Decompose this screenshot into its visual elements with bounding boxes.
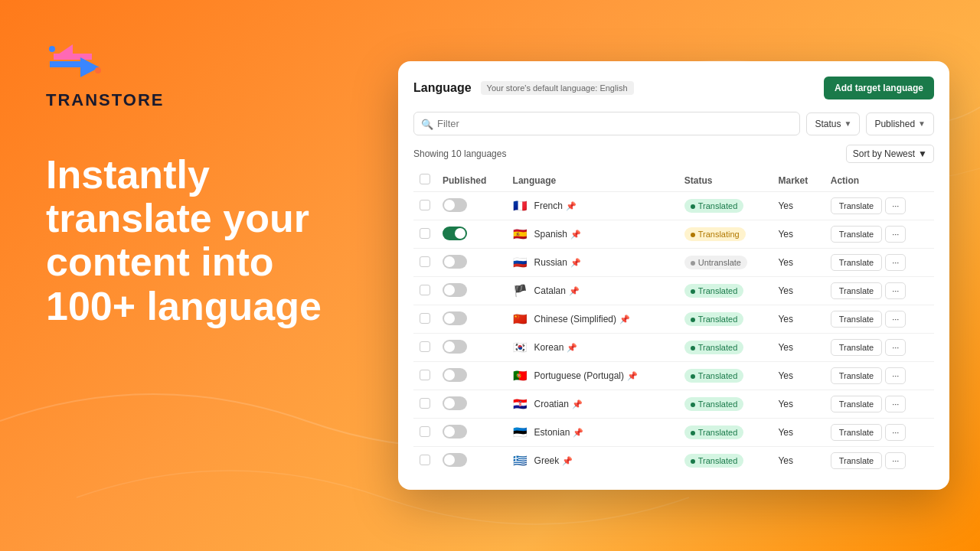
info-bar: Showing 10 languages Sort by Newest ▼ [413,145,934,163]
toggle-croatian[interactable] [443,396,467,410]
row-checkbox-5[interactable] [420,341,430,352]
table-row: 🇵🇹Portuguese (Portugal)📌TranslatedYesTra… [413,362,934,390]
toggle-spanish[interactable] [443,227,467,240]
add-target-button[interactable]: Add target language [824,77,934,99]
filter-bar: 🔍 Status ▼ Published ▼ [413,112,934,135]
more-options-button[interactable]: ··· [885,424,906,441]
status-badge: Translated [684,397,744,411]
app-header-left: Language Your store's default language: … [413,81,634,95]
svg-point-4 [49,46,55,52]
toggle-chinese-(simplified)[interactable] [443,311,467,325]
published-filter-dropdown[interactable]: Published ▼ [866,112,934,135]
status-badge: Translated [684,454,744,468]
row-checkbox-6[interactable] [420,370,430,380]
more-options-button[interactable]: ··· [885,396,906,412]
published-cell [436,390,507,419]
select-all-checkbox[interactable] [420,174,430,184]
svg-rect-1 [54,54,92,60]
flag-icon: 🇪🇸 [513,227,528,241]
translate-button[interactable]: Translate [831,197,882,214]
translate-button[interactable]: Translate [831,424,882,441]
toggle-greek[interactable] [443,453,467,467]
row-checkbox-4[interactable] [420,313,430,324]
translate-button[interactable]: Translate [831,367,882,384]
translate-button[interactable]: Translate [831,339,882,356]
flag-icon: 🇪🇪 [513,425,528,439]
flag-icon: 🇨🇳 [513,312,528,326]
toggle-french[interactable] [443,198,467,212]
market-cell: Yes [772,419,824,447]
status-cell: Translated [678,419,773,447]
row-checkbox-8[interactable] [420,426,430,437]
market-cell: Yes [772,305,824,334]
status-cell: Translated [678,305,773,334]
row-checkbox-cell [413,192,436,220]
status-dot [691,261,695,266]
row-checkbox-3[interactable] [420,285,430,295]
lang-name: Croatian [534,399,569,409]
lang-name: Spanish [534,229,567,240]
market-cell: Yes [772,447,824,475]
translate-button[interactable]: Translate [831,311,882,328]
status-badge: Translated [684,199,744,213]
market-cell: Yes [772,192,824,220]
market-column-header: Market [772,169,824,192]
status-cell: Translated [678,277,773,305]
more-options-button[interactable]: ··· [885,339,906,356]
pin-icon: 📌 [573,428,583,438]
translate-button[interactable]: Translate [831,254,882,271]
translate-button[interactable]: Translate [831,282,882,299]
filter-input[interactable] [413,112,800,135]
more-options-button[interactable]: ··· [885,311,906,328]
toggle-russian[interactable] [443,255,467,269]
app-header: Language Your store's default language: … [413,77,934,99]
row-checkbox-7[interactable] [420,398,430,409]
row-checkbox-0[interactable] [420,200,430,210]
pin-icon: 📌 [619,315,630,324]
app-panel: Language Your store's default language: … [398,61,949,490]
status-badge: Translated [684,425,744,439]
more-options-button[interactable]: ··· [885,254,906,271]
translate-button[interactable]: Translate [831,226,882,243]
status-cell: Translated [678,362,773,390]
status-filter-dropdown[interactable]: Status ▼ [806,112,860,135]
flag-icon: 🇰🇷 [513,341,528,354]
lang-name: Estonian [534,427,570,438]
search-icon: 🔍 [421,118,433,129]
row-checkbox-9[interactable] [420,455,430,465]
row-checkbox-2[interactable] [420,256,430,267]
select-all-header [413,169,436,192]
table-row: 🇫🇷French📌TranslatedYesTranslate··· [413,192,934,220]
more-options-button[interactable]: ··· [885,367,906,384]
language-cell: 🇵🇹Portuguese (Portugal)📌 [507,362,678,390]
market-cell: Yes [772,334,824,362]
sort-caret-icon: ▼ [918,148,927,159]
published-cell [436,362,507,390]
more-options-button[interactable]: ··· [885,452,906,469]
svg-marker-3 [80,57,100,77]
translate-button[interactable]: Translate [831,396,882,412]
action-cell: Translate··· [825,305,934,334]
pin-icon: 📌 [569,286,580,296]
more-options-button[interactable]: ··· [885,197,906,214]
toggle-korean[interactable] [443,340,467,354]
lang-name: Greek [534,455,560,466]
flag-icon: 🇬🇷 [513,454,528,468]
status-dot [691,374,695,379]
status-dot [691,346,695,350]
row-checkbox-1[interactable] [420,228,430,239]
more-options-button[interactable]: ··· [885,282,906,299]
table-header: Published Language Status Market Action [413,169,934,192]
toggle-catalan[interactable] [443,283,467,297]
more-options-button[interactable]: ··· [885,226,906,243]
language-cell: 🇭🇷Croatian📌 [507,390,678,419]
action-cell: Translate··· [825,362,934,390]
action-cell: Translate··· [825,447,934,475]
translate-button[interactable]: Translate [831,452,882,469]
sort-dropdown[interactable]: Sort by Newest ▼ [846,145,934,163]
status-cell: Translated [678,390,773,419]
table-row: 🇷🇺Russian📌UntranslateYesTranslate··· [413,249,934,277]
toggle-portuguese-(portugal)[interactable] [443,368,467,382]
toggle-estonian[interactable] [443,425,467,439]
published-cell [436,277,507,305]
